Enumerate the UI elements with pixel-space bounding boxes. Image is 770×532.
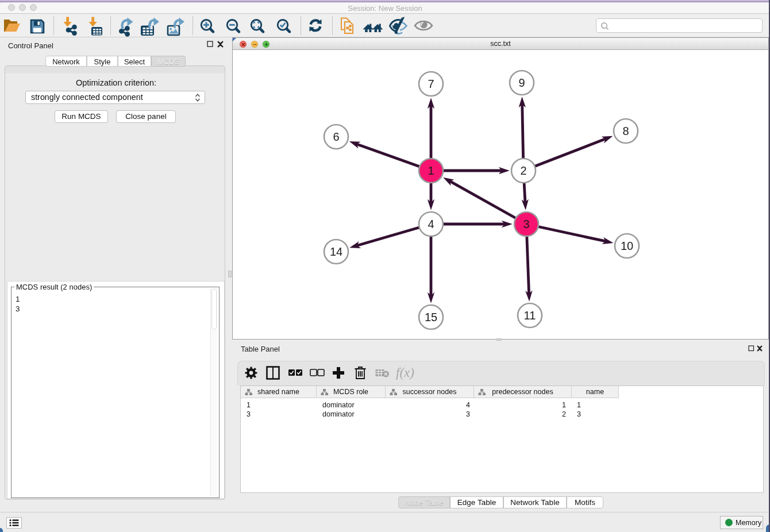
- svg-text:14: 14: [330, 245, 342, 258]
- svg-text:2: 2: [520, 164, 526, 177]
- svg-text:15: 15: [425, 311, 437, 323]
- svg-text:1: 1: [428, 164, 434, 177]
- svg-text:6: 6: [333, 130, 339, 143]
- svg-text:f(x): f(x): [396, 365, 414, 380]
- svg-text:3: 3: [523, 218, 529, 230]
- svg-text:11: 11: [524, 309, 536, 322]
- svg-text:10: 10: [621, 240, 633, 252]
- svg-text:4: 4: [428, 218, 434, 230]
- svg-text:9: 9: [518, 76, 525, 89]
- svg-text:8: 8: [622, 125, 629, 137]
- svg-text:7: 7: [428, 78, 434, 90]
